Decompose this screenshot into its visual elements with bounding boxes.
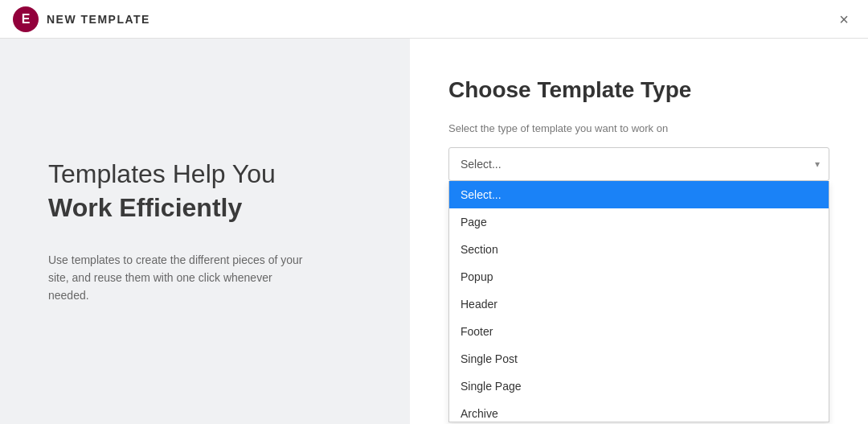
dropdown-item[interactable]: Single Page bbox=[449, 373, 829, 400]
right-panel: Choose Template Type Select the type of … bbox=[410, 39, 868, 424]
app-title: NEW TEMPLATE bbox=[47, 13, 150, 26]
dropdown-item[interactable]: Archive bbox=[449, 400, 829, 422]
select-display[interactable]: Select... bbox=[448, 147, 829, 181]
dropdown-item[interactable]: Single Post bbox=[449, 345, 829, 373]
dropdown-item[interactable]: Section bbox=[449, 236, 829, 263]
panel-title: Choose Template Type bbox=[448, 77, 829, 103]
hero-heading-line1: Templates Help You bbox=[48, 159, 276, 188]
dropdown-list[interactable]: Select...PageSectionPopupHeaderFooterSin… bbox=[448, 181, 829, 422]
dropdown-item[interactable]: Popup bbox=[449, 263, 829, 290]
header: E NEW TEMPLATE × bbox=[0, 0, 868, 39]
hero-description: Use templates to create the different pi… bbox=[48, 251, 305, 305]
hero-heading-line2: Work Efficiently bbox=[48, 193, 242, 222]
dropdown-item[interactable]: Page bbox=[449, 208, 829, 236]
left-panel: Templates Help You Work Efficiently Use … bbox=[0, 39, 410, 424]
dropdown-item[interactable]: Select... bbox=[449, 181, 829, 208]
main-content: Templates Help You Work Efficiently Use … bbox=[0, 39, 868, 424]
elementor-logo-icon: E bbox=[13, 6, 39, 32]
dropdown-item[interactable]: Footer bbox=[449, 318, 829, 345]
dropdown-item[interactable]: Header bbox=[449, 290, 829, 318]
header-left: E NEW TEMPLATE bbox=[13, 6, 150, 32]
hero-heading: Templates Help You Work Efficiently bbox=[48, 158, 362, 224]
template-type-select-wrapper[interactable]: Select... ▾ Select...PageSectionPopupHea… bbox=[448, 147, 829, 181]
close-button[interactable]: × bbox=[833, 8, 855, 31]
select-value: Select... bbox=[461, 158, 502, 171]
panel-subtitle: Select the type of template you want to … bbox=[448, 122, 829, 134]
